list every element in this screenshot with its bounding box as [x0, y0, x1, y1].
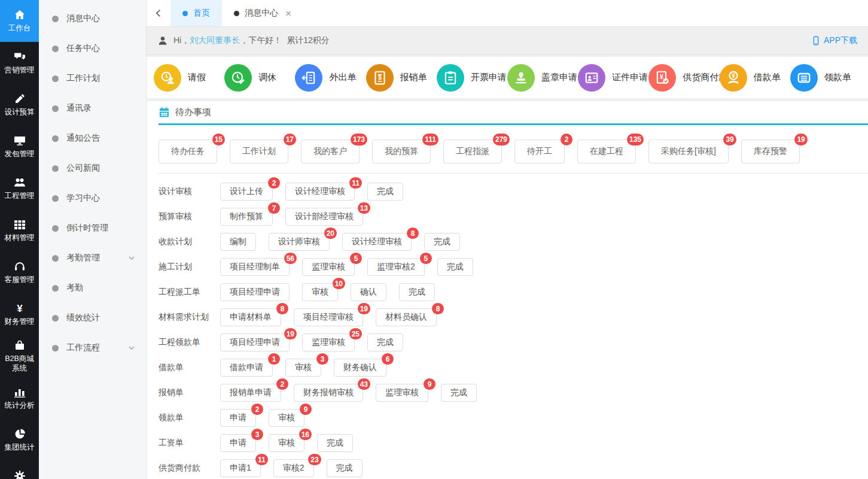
quick-action-expense-doc[interactable]: $报销单: [366, 64, 437, 92]
secondary-nav-label: 通讯录: [66, 103, 136, 114]
workflow-step-button[interactable]: 完成: [441, 384, 477, 402]
workflow-step-button[interactable]: 项目经理审核19: [294, 308, 363, 326]
workflow-step-button[interactable]: 完成: [399, 283, 435, 301]
quick-action-stamp[interactable]: 盖章申请: [507, 64, 578, 92]
workflow-step-button[interactable]: 审核9: [269, 409, 304, 427]
quick-action-out-doc[interactable]: 外出单: [295, 64, 366, 92]
workflow-step-button[interactable]: 审核223: [273, 459, 314, 477]
secondary-nav-item[interactable]: 考勤管理: [39, 243, 146, 273]
workflow-step-button[interactable]: 报销单申请2: [220, 384, 281, 402]
workflow-step-button[interactable]: 材料员确认8: [376, 308, 437, 326]
quick-action-swap[interactable]: 调休: [224, 64, 295, 92]
workflow-step-button[interactable]: 编制: [220, 233, 256, 251]
workflow-step-button[interactable]: 设计部经理审核13: [285, 208, 363, 226]
primary-nav-item[interactable]: 营销管理: [0, 42, 39, 84]
workflow-step-button[interactable]: 完成: [367, 334, 403, 351]
workflow-step-button[interactable]: 申请111: [220, 459, 261, 477]
secondary-nav-item[interactable]: 倒计时管理: [39, 213, 146, 243]
workflow-step-button[interactable]: 制作预算7: [220, 208, 273, 226]
primary-nav-label: B2B商城系统: [0, 354, 39, 373]
workflow-step-button[interactable]: 监理审核25: [367, 258, 425, 276]
workflow-step-button[interactable]: 财务报销审核43: [294, 384, 363, 402]
close-icon[interactable]: ×: [285, 8, 291, 19]
workflow-label: 预算审核: [159, 211, 220, 222]
workflow-step-button[interactable]: 完成: [424, 233, 460, 251]
workflow-step-button[interactable]: 设计经理审核11: [285, 183, 355, 201]
primary-nav-item[interactable]: 材料管理: [0, 210, 39, 251]
primary-nav-item[interactable]: 客服管理: [0, 251, 39, 293]
workflow-step-button[interactable]: 申请2: [220, 409, 256, 427]
workflow-step-button[interactable]: 审核3: [285, 359, 321, 377]
summary-tab-button[interactable]: 工程指派279: [443, 140, 502, 163]
primary-nav-item[interactable]: 集团统计: [0, 419, 39, 461]
secondary-sidebar: 消息中心任务中心工作计划通讯录通知公告公司新闻学习中心倒计时管理考勤管理考勤绩效…: [39, 0, 147, 479]
secondary-nav-item[interactable]: 考勤: [39, 273, 146, 303]
summary-tab-button[interactable]: 在建工程135: [577, 140, 636, 163]
secondary-nav-item[interactable]: 工作流程: [39, 333, 146, 363]
tabs-back-button[interactable]: [147, 0, 170, 26]
primary-nav-item[interactable]: 工作台: [0, 0, 39, 42]
svg-text:$: $: [378, 74, 382, 81]
summary-tab-button[interactable]: 待办任务15: [159, 140, 217, 163]
primary-nav-item[interactable]: 统计分析: [0, 377, 39, 419]
count-badge: 19: [284, 328, 297, 339]
workflow-step-button[interactable]: 借款申请1: [220, 359, 273, 377]
workflow-step-button[interactable]: 完成: [317, 434, 353, 452]
workflow-step-button[interactable]: 审核16: [269, 434, 304, 452]
workflow-step-button[interactable]: 完成: [327, 459, 363, 477]
secondary-nav-label: 绩效统计: [66, 313, 136, 323]
workflow-step-button[interactable]: 监理审核25: [302, 334, 355, 351]
primary-nav-item[interactable]: ¥财务管理: [0, 293, 39, 335]
quick-action-id-card[interactable]: 证件申请: [578, 64, 648, 92]
tab-item[interactable]: 消息中心×: [222, 0, 303, 26]
workflow-step-button[interactable]: 设计上传2: [220, 183, 273, 201]
workflow-step-button[interactable]: 申请3: [220, 434, 256, 452]
primary-nav-item[interactable]: 发包管理: [0, 126, 39, 168]
secondary-nav-item[interactable]: 工作计划: [39, 63, 146, 93]
workflow-step-button[interactable]: 完成: [437, 258, 473, 276]
app-download-link[interactable]: APP下载: [811, 35, 857, 46]
primary-nav-item[interactable]: 系统设置: [0, 461, 39, 479]
workflow-label: 报销单: [159, 387, 220, 398]
secondary-nav-item[interactable]: 消息中心: [39, 4, 146, 34]
summary-tab-button[interactable]: 我的客户173: [301, 140, 360, 163]
secondary-nav-item[interactable]: 通讯录: [39, 93, 146, 123]
quick-action-receipt[interactable]: 领款单: [790, 64, 861, 92]
current-user-link[interactable]: 刘大同董事长: [190, 35, 240, 46]
secondary-nav-item[interactable]: 通知公告: [39, 123, 146, 153]
primary-nav-item[interactable]: 工程管理: [0, 168, 39, 210]
summary-tab-button[interactable]: 工作计划17: [230, 140, 288, 163]
workflow-step-button[interactable]: 设计师审核20: [269, 233, 330, 251]
secondary-nav-item[interactable]: 任务中心: [39, 34, 146, 63]
workflow-label: 供货商付款: [159, 463, 220, 474]
summary-tab-button[interactable]: 待开工2: [514, 140, 565, 163]
secondary-nav-item[interactable]: 学习中心: [39, 183, 146, 213]
workflow-step-button[interactable]: 项目经理制单56: [220, 258, 290, 276]
app-download-label: APP下载: [824, 35, 857, 46]
secondary-nav-item[interactable]: 绩效统计: [39, 303, 146, 333]
quick-action-leave[interactable]: 请假: [154, 64, 224, 92]
workflow-step-button[interactable]: 项目经理申请: [220, 283, 290, 301]
tab-active[interactable]: 首页: [170, 0, 222, 26]
workflow-step-button[interactable]: 审核10: [302, 283, 338, 301]
primary-nav-item[interactable]: B2B商城系统: [0, 335, 39, 377]
summary-tab-button[interactable]: 我的预算111: [372, 140, 431, 163]
workflow-step-button[interactable]: 财务确认6: [334, 359, 386, 377]
workflow-step-button[interactable]: 申请材料单8: [220, 308, 281, 326]
summary-tab-button[interactable]: 采购任务[审核]39: [648, 140, 729, 163]
quick-action-supplier-pay[interactable]: ¥供货商付款: [648, 64, 719, 92]
workflow-step-button[interactable]: 监理审核5: [302, 258, 355, 276]
workflow-step-button[interactable]: 确认: [351, 283, 386, 301]
summary-tab-button[interactable]: 库存预警19: [741, 140, 800, 163]
workflow-step-button[interactable]: 监理审核9: [376, 384, 428, 402]
workflow-step-button[interactable]: 项目经理申请19: [220, 334, 290, 351]
workflow-step-label: 申请1: [230, 463, 251, 474]
quick-action-invoice[interactable]: 开票申请: [437, 64, 507, 92]
primary-nav-item[interactable]: 设计预算: [0, 84, 39, 126]
workflow-step-button[interactable]: 完成: [367, 183, 403, 201]
summary-tab-label: 待办任务: [171, 146, 205, 157]
quick-action-loan[interactable]: ¥借款单: [720, 64, 790, 92]
secondary-nav-item[interactable]: 公司新闻: [39, 153, 146, 183]
app-root: 工作台营销管理设计预算发包管理工程管理材料管理客服管理¥财务管理B2B商城系统统…: [0, 0, 868, 479]
workflow-step-button[interactable]: 设计经理审核8: [342, 233, 412, 251]
